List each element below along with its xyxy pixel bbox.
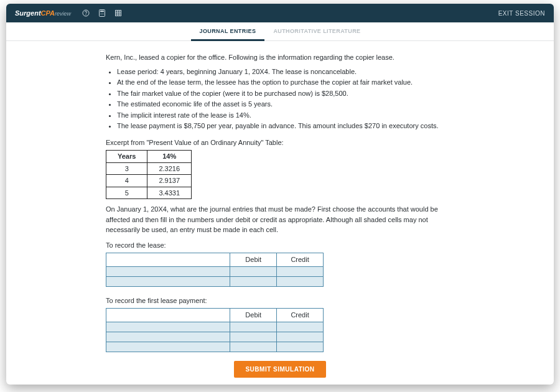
je-debit-cell[interactable]	[230, 276, 277, 286]
je-header-account	[106, 309, 230, 322]
logo: SurgentCPAreview	[15, 9, 71, 17]
je-credit-cell[interactable]	[277, 276, 324, 286]
list-item: The lease payment is $8,750 per year, pa…	[117, 121, 454, 131]
table-row: 5 3.4331	[106, 187, 192, 199]
je-credit-cell[interactable]	[277, 266, 324, 276]
annuity-cell: 2.3216	[147, 162, 192, 175]
svg-point-6	[103, 13, 104, 14]
section-title-record-lease: To record the lease:	[106, 240, 454, 251]
je-debit-cell[interactable]	[230, 266, 277, 276]
app-window: SurgentCPAreview EXIT SESSION JOURNAL EN…	[6, 4, 554, 385]
logo-part1: Surgent	[15, 9, 41, 17]
svg-rect-3	[100, 11, 104, 12]
tab-bar: JOURNAL ENTRIES AUTHORITATIVE LITERATURE	[6, 22, 554, 41]
list-item: The estimated economic life of the asset…	[117, 99, 454, 110]
tab-journal-entries[interactable]: JOURNAL ENTRIES	[191, 22, 265, 41]
je-credit-cell[interactable]	[277, 332, 324, 342]
submit-simulation-button[interactable]: SUBMIT SIMULATION	[234, 361, 325, 378]
je-row	[106, 332, 324, 342]
je-row	[106, 322, 324, 332]
list-item: At the end of the lease term, the lessee…	[117, 77, 454, 88]
annuity-header-rate: 14%	[147, 151, 192, 163]
question-instructions: On January 1, 20X4, what are the journal…	[106, 204, 454, 235]
annuity-cell: 5	[106, 187, 147, 199]
table-row: 3 2.3216	[106, 162, 192, 175]
list-item: The fair market value of the copier (wer…	[117, 88, 454, 99]
svg-point-9	[103, 14, 104, 15]
annuity-table-label: Excerpt from "Present Value of an Ordina…	[106, 138, 454, 148]
je-debit-cell[interactable]	[230, 342, 277, 352]
je-table-record-lease: Debit Credit	[106, 253, 324, 287]
je-header-credit: Credit	[277, 253, 324, 267]
exit-session-button[interactable]: EXIT SESSION	[498, 10, 545, 17]
annuity-header-years: Years	[106, 151, 147, 163]
svg-point-7	[101, 14, 101, 15]
annuity-cell: 3	[106, 162, 147, 175]
intro-text: Kern, Inc., leased a copier for the offi…	[106, 52, 454, 63]
je-account-cell[interactable]	[106, 322, 230, 332]
je-header-debit: Debit	[230, 253, 277, 267]
je-account-cell[interactable]	[106, 342, 230, 352]
help-icon[interactable]	[82, 9, 90, 17]
calculator-icon[interactable]	[98, 9, 106, 17]
list-item: Lease period: 4 years, beginning January…	[117, 67, 454, 77]
svg-point-4	[101, 13, 101, 14]
list-item: The implicit interest rate of the lease …	[117, 110, 454, 121]
lease-facts-list: Lease period: 4 years, beginning January…	[117, 67, 454, 131]
svg-point-5	[102, 13, 103, 14]
je-row	[106, 342, 324, 352]
je-row	[106, 276, 324, 286]
je-row	[106, 266, 324, 276]
tab-authoritative-literature[interactable]: AUTHORITATIVE LITERATURE	[264, 22, 369, 41]
annuity-cell: 4	[106, 175, 147, 187]
question-body: Kern, Inc., leased a copier for the offi…	[106, 52, 454, 385]
je-header-account	[106, 253, 230, 267]
svg-rect-10	[116, 11, 121, 16]
je-debit-cell[interactable]	[230, 322, 277, 332]
section-title-record-payment: To record the first lease payment:	[106, 296, 454, 306]
annuity-table: Years 14% 3 2.3216 4 2.9137 5 3.4331	[106, 150, 192, 199]
logo-part3: review	[55, 11, 71, 17]
svg-point-8	[102, 14, 103, 15]
je-credit-cell[interactable]	[277, 342, 324, 352]
je-header-debit: Debit	[230, 309, 277, 322]
je-table-record-payment: Debit Credit	[106, 308, 324, 352]
spreadsheet-icon[interactable]	[114, 9, 122, 17]
annuity-cell: 2.9137	[147, 175, 192, 187]
je-account-cell[interactable]	[106, 276, 230, 286]
topbar: SurgentCPAreview EXIT SESSION	[6, 4, 554, 22]
content-scroll[interactable]: Kern, Inc., leased a copier for the offi…	[6, 41, 554, 385]
svg-point-1	[86, 15, 86, 16]
topbar-icons	[82, 9, 122, 17]
logo-part2: CPA	[41, 9, 55, 17]
table-row: 4 2.9137	[106, 175, 192, 187]
je-debit-cell[interactable]	[230, 332, 277, 342]
je-credit-cell[interactable]	[277, 322, 324, 332]
je-header-credit: Credit	[277, 309, 324, 322]
je-account-cell[interactable]	[106, 332, 230, 342]
je-account-cell[interactable]	[106, 266, 230, 276]
annuity-cell: 3.4331	[147, 187, 192, 199]
